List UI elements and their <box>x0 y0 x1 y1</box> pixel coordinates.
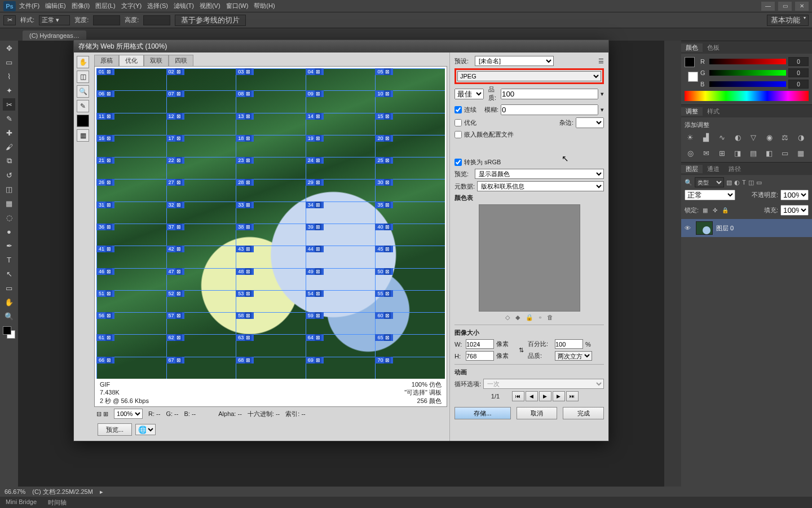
tab-minibridge[interactable]: Mini Bridge <box>0 497 42 508</box>
slice-label[interactable]: 03 ⊠ <box>236 68 254 75</box>
format-select[interactable]: JPEG <box>457 71 601 81</box>
tab-layers[interactable]: 图层 <box>681 165 703 173</box>
percent-input[interactable] <box>555 339 583 349</box>
panel-fg-color-icon[interactable] <box>685 57 695 67</box>
slice-label[interactable]: 52 ⊠ <box>166 290 184 297</box>
photo-filter-icon[interactable]: ◎ <box>685 147 696 159</box>
slice-label[interactable]: 53 ⊠ <box>236 290 254 297</box>
zoom-select[interactable]: 100% <box>114 409 143 419</box>
tab-channels[interactable]: 通道 <box>703 165 724 173</box>
ct-add-icon[interactable]: ▫ <box>539 314 541 321</box>
dodge-tool-icon[interactable]: ● <box>3 225 15 238</box>
slice-label[interactable]: 57 ⊠ <box>166 312 184 319</box>
save-button[interactable]: 存储... <box>454 407 511 419</box>
slice-label[interactable]: 68 ⊠ <box>236 357 254 364</box>
slice-label[interactable]: 13 ⊠ <box>236 113 254 120</box>
selective-color-icon[interactable]: ▦ <box>795 147 806 159</box>
tab-optimized[interactable]: 优化 <box>119 55 144 66</box>
color-swatch[interactable] <box>3 326 15 339</box>
width-input[interactable] <box>93 15 120 25</box>
height-input[interactable] <box>143 15 170 25</box>
slice-label[interactable]: 50 ⊠ <box>375 268 393 275</box>
slice-label[interactable]: 06 ⊠ <box>96 90 114 97</box>
slice-label[interactable]: 14 ⊠ <box>306 113 324 120</box>
preset-menu-icon[interactable]: ☰ <box>598 58 604 65</box>
color-balance-icon[interactable]: ⚖ <box>779 132 791 143</box>
crop-tool-icon[interactable]: ✂ <box>3 98 15 111</box>
slice-label[interactable]: 61 ⊠ <box>96 334 114 341</box>
lock-all-icon[interactable]: 🔒 <box>721 207 729 214</box>
slice-label[interactable]: 45 ⊠ <box>375 246 393 252</box>
slice-label[interactable]: 37 ⊠ <box>166 224 184 230</box>
hand-icon[interactable]: ✋ <box>77 56 89 68</box>
hand-tool-icon[interactable]: ✋ <box>3 296 15 308</box>
prev-frame-icon[interactable]: ◀ <box>526 391 538 401</box>
zoom-icon[interactable]: 🔍 <box>77 85 89 98</box>
play-icon[interactable]: ▶ <box>539 391 551 401</box>
last-frame-icon[interactable]: ⏭ <box>566 391 579 401</box>
slice-label[interactable]: 43 ⊠ <box>236 246 254 252</box>
move-tool-icon[interactable]: ✥ <box>3 42 15 54</box>
slice-label[interactable]: 29 ⊠ <box>306 179 324 186</box>
threshold-icon[interactable]: ◧ <box>764 147 775 159</box>
curves-icon[interactable]: ∿ <box>716 132 727 143</box>
ct-web-icon[interactable]: ◆ <box>515 314 520 321</box>
filter-adjust-icon[interactable]: ◐ <box>734 179 740 186</box>
slice-label[interactable]: 69 ⊠ <box>306 357 324 364</box>
ct-new-icon[interactable]: ◇ <box>505 314 510 321</box>
slice-label[interactable]: 60 ⊠ <box>375 312 393 319</box>
lasso-tool-icon[interactable]: ⌇ <box>3 70 15 82</box>
ct-delete-icon[interactable]: 🗑 <box>547 314 553 321</box>
slice-label[interactable]: 02 ⊠ <box>166 68 184 75</box>
slice-label[interactable]: 04 ⊠ <box>306 68 324 75</box>
quality-input[interactable] <box>501 89 598 99</box>
slice-label[interactable]: 07 ⊠ <box>166 90 184 97</box>
maximize-icon[interactable]: ▭ <box>778 2 792 11</box>
gradient-map-icon[interactable]: ▭ <box>779 147 791 159</box>
slice-label[interactable]: 54 ⊠ <box>306 290 324 297</box>
slice-label[interactable]: 49 ⊠ <box>306 268 324 275</box>
gradient-tool-icon[interactable]: ▦ <box>3 197 15 209</box>
slice-label[interactable]: 11 ⊠ <box>96 113 114 120</box>
blend-mode-select[interactable]: 正常 <box>685 190 735 200</box>
menu-image[interactable]: 图像(I) <box>72 2 90 10</box>
blur-input[interactable] <box>501 104 598 115</box>
metadata-select[interactable]: 版权和联系信息 <box>477 181 604 191</box>
fg-color-icon[interactable] <box>3 326 11 335</box>
filter-shape-icon[interactable]: ◫ <box>748 179 754 186</box>
filter-kind-select[interactable]: 类型 <box>695 177 724 187</box>
b-slider[interactable] <box>709 81 786 87</box>
slice-label[interactable]: 47 ⊠ <box>166 268 184 275</box>
menu-view[interactable]: 视图(V) <box>200 2 220 10</box>
path-select-icon[interactable]: ↖ <box>3 268 15 280</box>
slice-label[interactable]: 55 ⊠ <box>375 290 393 297</box>
slice-label[interactable]: 30 ⊠ <box>375 179 393 186</box>
heal-tool-icon[interactable]: ✚ <box>3 126 15 139</box>
slice-label[interactable]: 15 ⊠ <box>375 113 393 120</box>
vibrance-icon[interactable]: ▽ <box>748 132 759 143</box>
zoom-tool-icon[interactable]: 🔍 <box>3 310 15 322</box>
exposure-icon[interactable]: ◐ <box>732 132 743 143</box>
menu-type[interactable]: 文字(Y) <box>121 2 142 10</box>
slice-label[interactable]: 48 ⊠ <box>236 268 254 275</box>
eyedropper-icon[interactable]: ✎ <box>77 100 89 112</box>
first-frame-icon[interactable]: ⏮ <box>512 391 524 401</box>
g-slider[interactable] <box>709 70 786 76</box>
brush-tool-icon[interactable]: 🖌 <box>3 141 15 153</box>
collapsed-panel-strip[interactable] <box>664 41 681 487</box>
dialog-title[interactable]: 存储为 Web 所用格式 (100%) <box>74 40 608 52</box>
tool-preset-icon[interactable]: ✂ <box>3 15 16 25</box>
slice-visibility-icon[interactable]: ▦ <box>77 129 89 142</box>
slice-label[interactable]: 32 ⊠ <box>166 202 184 208</box>
layer-thumbnail[interactable] <box>696 221 713 235</box>
slice-label[interactable]: 21 ⊠ <box>96 157 114 164</box>
channel-mixer-icon[interactable]: ✉ <box>700 147 712 159</box>
r-slider[interactable] <box>709 59 786 64</box>
slice-label[interactable]: 28 ⊠ <box>236 179 254 186</box>
slice-label[interactable]: 65 ⊠ <box>375 334 393 341</box>
quality-slider-icon[interactable]: ▾ <box>601 90 604 98</box>
invert-icon[interactable]: ◨ <box>732 147 743 159</box>
slice-label[interactable]: 18 ⊠ <box>236 135 254 142</box>
slice-label[interactable]: 20 ⊠ <box>375 135 393 142</box>
doc-info[interactable]: (C) 文档:2.25M/2.25M <box>32 488 93 496</box>
